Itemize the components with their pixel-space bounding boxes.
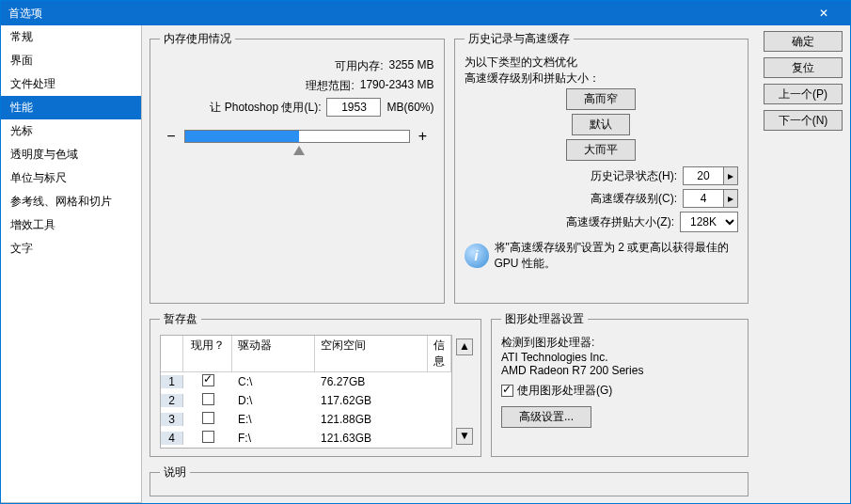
checkbox-icon[interactable]: [202, 431, 214, 443]
sidebar-item-guides[interactable]: 参考线、网格和切片: [1, 190, 141, 213]
ideal-label: 理想范围:: [306, 78, 354, 94]
use-gpu-label: 使用图形处理器(G): [517, 383, 612, 399]
advanced-settings-button[interactable]: 高级设置...: [501, 406, 591, 428]
scratch-legend: 暂存盘: [160, 311, 201, 327]
gpu-fieldset: 图形处理器设置 检测到图形处理器: ATI Technologies Inc. …: [491, 311, 749, 457]
ideal-value: 1790-2343 MB: [360, 78, 434, 94]
sidebar-item-performance[interactable]: 性能: [1, 96, 141, 119]
col-index: [161, 336, 183, 372]
memory-legend: 内存使用情况: [160, 31, 235, 47]
row-index: 2: [161, 394, 183, 407]
row-use[interactable]: [183, 412, 232, 427]
window-title: 首选项: [8, 6, 805, 22]
col-space: 空闲空间: [315, 336, 428, 372]
cache-fieldset: 历史记录与高速缓存 为以下类型的文档优化 高速缓存级别和拼贴大小： 高而窄 默认…: [454, 31, 749, 304]
available-label: 可用内存:: [335, 58, 383, 74]
history-input[interactable]: [683, 166, 724, 185]
checkbox-icon[interactable]: [202, 393, 214, 405]
history-stepper-icon[interactable]: ▸: [723, 166, 738, 185]
let-unit: MB(60%): [386, 101, 433, 114]
sidebar-item-interface[interactable]: 界面: [1, 49, 141, 72]
scratch-table: 现用？ 驱动器 空闲空间 信息 1C:\76.27GB2D:\117.62GB3…: [160, 335, 452, 449]
row-drive: D:\: [232, 394, 315, 407]
sidebar-item-filehandling[interactable]: 文件处理: [1, 72, 141, 96]
table-row[interactable]: 2D:\117.62GB: [161, 391, 451, 410]
scratch-fieldset: 暂存盘 现用？ 驱动器 空闲空间 信息 1C:\76.27GB2D:\117.6…: [150, 311, 481, 457]
info-icon: i: [465, 244, 489, 268]
slider-minus-icon[interactable]: −: [164, 128, 179, 145]
cache-info-text: 将"高速缓存级别"设置为 2 或更高以获得最佳的 GPU 性能。: [495, 240, 739, 272]
row-drive: C:\: [232, 375, 315, 388]
slider-plus-icon[interactable]: +: [416, 128, 431, 145]
right-buttons: 确定 复位 上一个(P) 下一个(N): [756, 25, 850, 503]
levels-input[interactable]: [683, 189, 724, 208]
description-legend: 说明: [160, 465, 190, 480]
memory-slider[interactable]: [184, 130, 410, 143]
next-button[interactable]: 下一个(N): [764, 110, 843, 131]
row-space: 76.27GB: [315, 375, 428, 388]
titlebar: 首选项 ✕: [1, 1, 850, 25]
gpu-model: AMD Radeon R7 200 Series: [501, 364, 738, 377]
sidebar-item-type[interactable]: 文字: [1, 237, 141, 260]
available-value: 3255 MB: [388, 58, 433, 74]
levels-label: 高速缓存级别(C):: [591, 191, 677, 207]
col-drive: 驱动器: [232, 336, 315, 372]
checkbox-icon[interactable]: [202, 412, 214, 424]
table-row[interactable]: 4F:\121.63GB: [161, 429, 451, 448]
sidebar-item-general[interactable]: 常规: [1, 25, 141, 49]
prev-button[interactable]: 上一个(P): [764, 84, 843, 104]
row-index: 3: [161, 413, 183, 426]
let-label: 让 Photoshop 使用(L):: [210, 100, 321, 116]
row-index: 1: [161, 375, 183, 388]
checkbox-icon[interactable]: [202, 374, 214, 386]
sidebar-item-transparency[interactable]: 透明度与色域: [1, 143, 141, 166]
move-up-button[interactable]: ▲: [456, 339, 473, 355]
levels-stepper-icon[interactable]: ▸: [723, 189, 738, 208]
slider-fill: [185, 131, 299, 142]
gpu-legend: 图形处理器设置: [501, 311, 588, 327]
row-index: 4: [161, 432, 183, 445]
row-drive: E:\: [232, 413, 315, 426]
memory-input[interactable]: [326, 98, 381, 117]
sidebar-item-cursor[interactable]: 光标: [1, 119, 141, 143]
row-drive: F:\: [232, 432, 315, 445]
history-label: 历史记录状态(H):: [591, 168, 677, 184]
slider-thumb-icon[interactable]: [293, 146, 305, 155]
table-row[interactable]: 1C:\76.27GB: [161, 372, 451, 391]
close-icon[interactable]: ✕: [805, 7, 843, 20]
cache-opt-text: 为以下类型的文档优化 高速缓存级别和拼贴大小：: [465, 55, 739, 87]
default-button[interactable]: 默认: [572, 114, 630, 135]
reset-button[interactable]: 复位: [764, 57, 843, 78]
main-panel: 内存使用情况 可用内存:3255 MB 理想范围:1790-2343 MB 让 …: [142, 25, 756, 503]
tile-label: 高速缓存拼贴大小(Z):: [566, 214, 674, 230]
cache-legend: 历史记录与高速缓存: [465, 31, 574, 47]
memory-fieldset: 内存使用情况 可用内存:3255 MB 理想范围:1790-2343 MB 让 …: [150, 31, 445, 304]
row-use[interactable]: [183, 431, 232, 446]
ok-button[interactable]: 确定: [764, 31, 843, 52]
preferences-window: 首选项 ✕ 常规 界面 文件处理 性能 光标 透明度与色域 单位与标尺 参考线、…: [0, 0, 851, 504]
sidebar-item-plugins[interactable]: 增效工具: [1, 213, 141, 237]
row-use[interactable]: [183, 393, 232, 408]
tile-select[interactable]: 128K: [680, 212, 738, 232]
checkbox-icon[interactable]: [501, 385, 513, 397]
row-space: 117.62GB: [315, 394, 428, 407]
use-gpu-checkbox[interactable]: 使用图形处理器(G): [501, 383, 738, 399]
gpu-detect-label: 检测到图形处理器:: [501, 335, 738, 351]
row-space: 121.63GB: [315, 432, 428, 445]
big-flat-button[interactable]: 大而平: [566, 139, 636, 161]
row-space: 121.88GB: [315, 413, 428, 426]
move-down-button[interactable]: ▼: [456, 428, 473, 445]
col-use: 现用？: [183, 336, 232, 372]
table-row[interactable]: 3E:\121.88GB: [161, 410, 451, 429]
row-use[interactable]: [183, 374, 232, 389]
gpu-vendor: ATI Technologies Inc.: [501, 351, 738, 364]
col-info: 信息: [428, 336, 451, 372]
sidebar: 常规 界面 文件处理 性能 光标 透明度与色域 单位与标尺 参考线、网格和切片 …: [1, 25, 142, 503]
tall-narrow-button[interactable]: 高而窄: [566, 88, 636, 110]
sidebar-item-units[interactable]: 单位与标尺: [1, 166, 141, 190]
description-fieldset: 说明: [150, 465, 749, 496]
